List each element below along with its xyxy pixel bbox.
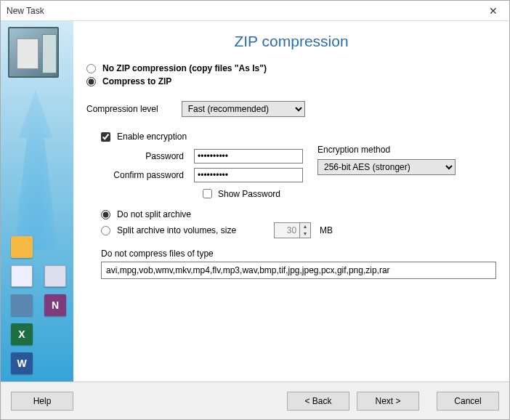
radio-compress[interactable]: Compress to ZIP: [86, 76, 496, 86]
encryption-method-label: Encryption method: [317, 145, 456, 155]
radio-compress-label: Compress to ZIP: [102, 76, 171, 86]
contact-icon: [11, 294, 33, 316]
enable-encryption[interactable]: Enable encryption: [101, 132, 496, 142]
password-input[interactable]: [194, 149, 303, 163]
spinner-up-icon[interactable]: ▲: [300, 223, 310, 230]
password-row: Password: [86, 149, 303, 163]
confirm-password-label: Confirm password: [86, 170, 188, 180]
split-size-spinner[interactable]: ▲ ▼: [274, 222, 311, 238]
exclude-input[interactable]: [101, 262, 496, 279]
titlebar: New Task ✕: [1, 1, 509, 21]
window: New Task ✕ N X W ZIP co: [0, 0, 510, 420]
split-size-unit: MB: [320, 225, 333, 235]
body: N X W ZIP compression No ZIP compression…: [1, 21, 509, 381]
radio-no-split-input[interactable]: [101, 210, 110, 219]
sidebar-icons: N X W: [1, 236, 73, 374]
close-icon: ✕: [489, 5, 498, 17]
compression-level-label: Compression level: [86, 104, 163, 114]
page-title: ZIP compression: [86, 33, 496, 50]
show-password[interactable]: Show Password: [200, 187, 303, 201]
cancel-button[interactable]: Cancel: [437, 392, 499, 411]
exclude-section: Do not compress files of type: [101, 249, 496, 279]
help-button[interactable]: Help: [11, 392, 73, 411]
password-label: Password: [86, 151, 188, 161]
radio-compress-input[interactable]: [86, 77, 96, 86]
word-icon: W: [11, 352, 33, 374]
radio-split[interactable]: Split archive into volumes, size: [101, 225, 236, 235]
onenote-icon: N: [44, 294, 66, 316]
radio-no-split-label: Do not split archive: [117, 209, 191, 219]
confirm-password-row: Confirm password: [86, 168, 303, 182]
split-size-input[interactable]: [275, 223, 299, 238]
sidebar: N X W: [1, 21, 73, 381]
arrow-illustration: [14, 90, 57, 250]
radio-no-zip[interactable]: No ZIP compression (copy files "As Is"): [86, 63, 496, 73]
safe-illustration: [8, 27, 59, 78]
radio-no-zip-label: No ZIP compression (copy files "As Is"): [102, 63, 267, 73]
picture-icon: [44, 265, 66, 287]
close-button[interactable]: ✕: [477, 1, 509, 21]
compression-level-select[interactable]: Fast (recommended): [182, 101, 305, 117]
next-button[interactable]: Next >: [357, 392, 419, 411]
radio-no-split[interactable]: Do not split archive: [101, 209, 496, 219]
back-button[interactable]: < Back: [287, 392, 349, 411]
enable-encryption-checkbox[interactable]: [101, 132, 110, 142]
compression-level-row: Compression level Fast (recommended): [86, 101, 496, 117]
show-password-label: Show Password: [218, 189, 280, 199]
exclude-label: Do not compress files of type: [101, 249, 496, 259]
encryption-method-select[interactable]: 256-bit AES (stronger): [317, 159, 456, 175]
confirm-password-input[interactable]: [194, 168, 303, 182]
radio-split-row: Split archive into volumes, size ▲ ▼ MB: [101, 222, 496, 238]
folder-icon: [11, 236, 33, 258]
footer: Help < Back Next > Cancel: [1, 381, 509, 419]
document-icon: [11, 265, 33, 287]
content: ZIP compression No ZIP compression (copy…: [73, 21, 509, 381]
window-title: New Task: [7, 6, 477, 16]
spinner-down-icon[interactable]: ▼: [300, 230, 310, 238]
show-password-checkbox[interactable]: [203, 189, 212, 198]
radio-no-zip-input[interactable]: [86, 64, 96, 73]
excel-icon: X: [11, 323, 33, 345]
radio-split-input[interactable]: [101, 226, 110, 235]
radio-split-label: Split archive into volumes, size: [117, 225, 236, 235]
enable-encryption-label: Enable encryption: [117, 132, 187, 142]
